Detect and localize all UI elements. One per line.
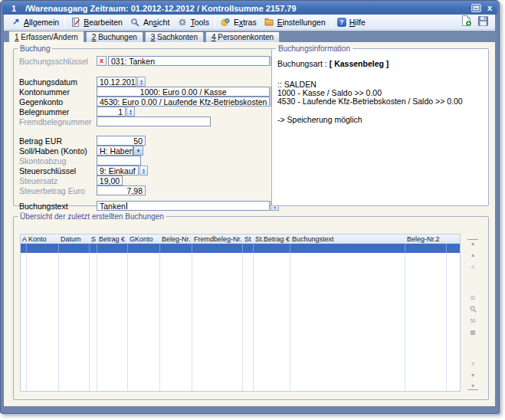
search-icon[interactable] [467, 305, 478, 313]
uebersicht-groupbox: Übersicht der zuletzt erstellten Buchung… [13, 212, 489, 400]
gegenkonto-label: Gegenkonto [19, 97, 97, 107]
buchungsdatum-input[interactable]: 10.12.2012 /Mo [97, 77, 136, 87]
menu-separator [64, 17, 65, 28]
menu-item-tools[interactable]: Tools [173, 15, 213, 29]
kontonummer-input[interactable]: 1000: Euro 0.00 / Kasse [97, 87, 270, 97]
tab-page-erfassen: Buchung Buchungsschlüssel x 031: Tanken … [4, 42, 495, 406]
steuerschluessel-input[interactable]: 9: Einkauf zu [97, 166, 139, 176]
grid-options-icon[interactable]: ▦ [467, 328, 478, 336]
column-header-beleg-nr[interactable]: Beleg-Nr. [160, 235, 192, 243]
menu-item-extras[interactable]: Extras [217, 15, 261, 29]
buchungsdatum-spinner[interactable] [137, 77, 146, 87]
saldo-line: 4530 - Laufende Kfz-Betriebskosten / Sal… [277, 97, 483, 106]
tabstrip: 1 Erfassen/Ändern 2 Buchungen 3 Sachkont… [4, 31, 495, 42]
buchungsinformation-groupbox: Buchungsinformation Buchungsart : [ Kass… [271, 44, 489, 206]
belegnummer-label: Belegnummer [19, 107, 97, 116]
grid-side-toolbar: ▴ ▴ ▵ ID 56 ▦ ▿ ▾ ▾ [467, 239, 479, 390]
page-down-icon[interactable]: ▾ [467, 371, 478, 379]
selected-row[interactable] [20, 244, 461, 253]
menu-item-ansicht[interactable]: Ansicht [126, 15, 173, 29]
grid-header-row: A Konto Datum S Betrag € GKonto Beleg-Nr… [20, 234, 461, 244]
buchungsinformation-text: Buchungsart : [ Kassenbeleg ] :: SALDEN … [272, 53, 488, 131]
buchungsschluessel-input[interactable]: 031: Tanken [108, 56, 270, 66]
extras-icon [221, 17, 231, 27]
gear-icon [177, 17, 187, 27]
new-document-icon[interactable] [461, 15, 471, 29]
gegenkonto-input[interactable]: 4530: Euro 0.00 / Laufende Kfz-Betriebsk… [97, 97, 270, 107]
titlebar: 1 /Warenausgang Zeitraum: 01.2012-12.201… [2, 2, 497, 15]
row-up-icon[interactable]: ▵ [467, 262, 478, 270]
belegnummer-spinner[interactable] [126, 107, 135, 116]
help-icon: ? [337, 18, 346, 27]
page-up-icon[interactable]: ▴ [467, 251, 478, 258]
close-icon[interactable]: x [487, 4, 492, 12]
buchungsart-value: [ Kassenbeleg ] [330, 59, 389, 68]
save-icon[interactable] [478, 15, 488, 29]
menubar-right-tools [461, 15, 492, 29]
menu-item-einstellungen[interactable]: Einstellungen [261, 15, 330, 29]
skontoabzug-input[interactable] [97, 156, 141, 166]
buchungen-grid: A Konto Datum S Betrag € GKonto Beleg-Nr… [20, 234, 461, 392]
goto-first-row-icon[interactable]: ▴ [467, 239, 478, 247]
column-header-betrag[interactable]: Betrag € [97, 235, 128, 243]
view-magnifier-icon [130, 17, 140, 27]
buchung-legend: Buchung [18, 44, 52, 53]
tab-sachkonten[interactable]: 3 Sachkonten [145, 31, 204, 42]
window-frame: ↗ Allgemein Bearbeiten Ansicht T [4, 15, 495, 406]
status-text: -> Speicherung möglich [277, 116, 483, 124]
edit-icon [71, 17, 80, 27]
app-window: 1 /Warenausgang Zeitraum: 01.2012-12.201… [0, 0, 500, 414]
steuerschluessel-spinner[interactable] [139, 166, 148, 176]
tab-buchungen[interactable]: 2 Buchungen [86, 31, 143, 42]
column-header-st-betrag[interactable]: St.Betrag € [254, 235, 290, 243]
tab-erfassen-aendern[interactable]: 1 Erfassen/Ändern [8, 31, 84, 42]
buchungsinformation-legend: Buchungsinformation [276, 44, 353, 53]
steuersatz-label: Steuersatz [19, 176, 97, 185]
window-number: 1 [11, 4, 25, 13]
menu-separator [215, 17, 215, 28]
uebersicht-legend: Übersicht der zuletzt erstellten Buchung… [18, 212, 166, 221]
column-header-a[interactable]: A [21, 235, 27, 243]
fremdbelegnummer-label: Fremdbelegnummer [19, 117, 97, 126]
steuerbetrag-input[interactable]: 7,98 [97, 185, 146, 195]
column-header-gkonto[interactable]: GKonto [128, 235, 160, 243]
skontoabzug-label: Skontoabzug [19, 156, 97, 166]
menubar: ↗ Allgemein Bearbeiten Ansicht T [4, 15, 495, 30]
buchungstext-input[interactable]: Tanken [97, 201, 270, 211]
grid-body [20, 253, 461, 392]
row-count-icon[interactable]: 56 [467, 317, 478, 324]
text-caret [126, 202, 127, 209]
menu-item-hilfe[interactable]: ? Hilfe [333, 15, 369, 29]
restore-window-icon[interactable] [471, 4, 481, 12]
goto-last-row-icon[interactable]: ▾ [467, 382, 478, 390]
record-id-icon[interactable]: ID [467, 294, 478, 301]
column-header-beleg-nr-2[interactable]: Beleg-Nr.2 [405, 235, 447, 243]
menu-item-bearbeiten[interactable]: Bearbeiten [67, 15, 126, 29]
window-title: /Warenausgang Zeitraum: 01.2012-12.2012 … [25, 4, 471, 13]
column-header-fremdbeleg-nr[interactable]: Fremdbeleg-Nr. [192, 235, 243, 243]
buchung-groupbox: Buchung Buchungsschlüssel x 031: Tanken … [13, 44, 285, 206]
betrag-label: Betrag EUR [19, 136, 97, 146]
betrag-input[interactable]: 50 [97, 136, 146, 146]
belegnummer-input[interactable]: 1 [97, 107, 126, 116]
column-header-buchungstext[interactable]: Buchungstext [290, 235, 405, 243]
buchungsdatum-label: Buchungsdatum [19, 77, 97, 87]
buchungsschluessel-label: Buchungsschlüssel [19, 57, 97, 66]
clear-buchungsschluessel-icon[interactable]: x [97, 56, 107, 66]
column-header-filler [447, 235, 460, 243]
sollhaben-label: Soll/Haben (Konto) [19, 146, 97, 156]
kontonummer-label: Kontonummer [19, 87, 97, 97]
buchungstext-label: Buchungstext [19, 202, 97, 211]
column-header-datum[interactable]: Datum [59, 235, 90, 243]
fremdbelegnummer-input[interactable] [97, 116, 211, 126]
nav-arrow-icon: ↗ [11, 17, 21, 27]
tab-personenkonten[interactable]: 4 Personenkonten [205, 31, 280, 42]
column-header-s[interactable]: S [90, 235, 97, 243]
steuersatz-input[interactable]: 19,00 [97, 176, 123, 185]
row-down-icon[interactable]: ▿ [467, 359, 478, 367]
chevron-down-icon[interactable]: ▼ [133, 146, 143, 156]
column-header-konto[interactable]: Konto [27, 235, 59, 243]
menu-item-allgemein[interactable]: ↗ Allgemein [7, 15, 63, 29]
column-header-st[interactable]: St [243, 235, 254, 243]
sollhaben-select[interactable]: H: Haben [97, 146, 133, 156]
